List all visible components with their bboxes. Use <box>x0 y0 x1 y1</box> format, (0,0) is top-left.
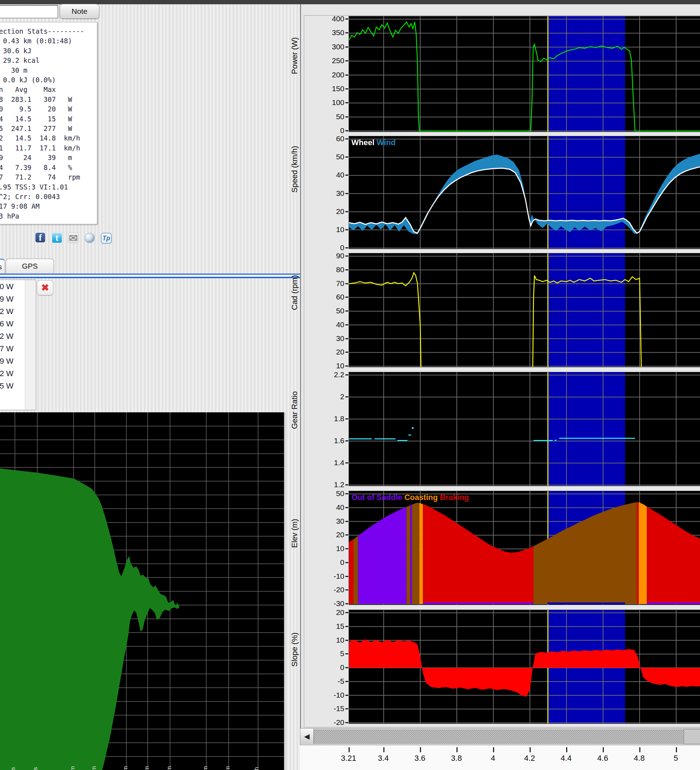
duration-axis-label: h <box>253 767 260 770</box>
window-top-bar <box>0 0 700 4</box>
tp-icon[interactable]: Tp <box>101 233 112 244</box>
speed-plot[interactable] <box>348 136 700 249</box>
tick-mark <box>345 229 348 230</box>
horizontal-scrollbar[interactable]: ◀ <box>300 728 700 745</box>
tick-mark <box>345 374 348 375</box>
list-item[interactable]: 5 W <box>0 382 13 391</box>
tab-gps[interactable]: GPS <box>6 259 54 273</box>
email-icon[interactable]: ✉ <box>68 233 78 243</box>
gear_ratio-ytick-label: 1.6 <box>314 437 344 445</box>
tick-mark <box>345 612 348 613</box>
ride-state-strip <box>423 602 534 604</box>
duration-axis-label: s <box>32 767 39 770</box>
tick-mark <box>345 74 348 76</box>
twitter-icon[interactable]: t <box>52 233 62 243</box>
tick-mark <box>345 47 348 47</box>
tick-mark <box>345 32 348 33</box>
slope-ytick-label: -20 <box>314 718 344 727</box>
x-tick-label: 4.4 <box>552 754 580 763</box>
section-stats-text: ection Stats--------- 0.43 km (0:01:48) … <box>0 27 97 221</box>
list-item[interactable]: 2 W <box>0 369 13 378</box>
speed-ytick-label: 20 <box>314 207 344 216</box>
slope-plot[interactable] <box>348 610 700 724</box>
cadence-ytick-label: 20 <box>314 348 344 356</box>
tick-mark <box>345 562 348 563</box>
power-ytick-label: 0 <box>314 126 344 135</box>
scrollbar-track[interactable] <box>314 730 684 744</box>
power-ytick-label: 400 <box>314 15 344 23</box>
x-tick-label: 3.8 <box>442 754 471 763</box>
scrollbar-thumb[interactable] <box>684 729 700 744</box>
duration-axis-label: m <box>122 766 129 770</box>
tick-mark <box>345 603 348 604</box>
tick-mark <box>345 311 348 312</box>
tick-mark <box>345 695 348 696</box>
list-item[interactable]: 2 W <box>0 307 13 316</box>
power-ytick-label: 350 <box>314 28 344 37</box>
power-ytick-label: 150 <box>314 84 344 93</box>
tab-stats-partial[interactable]: s <box>0 259 5 274</box>
meanmax-power-chart: ssmmmmmmmh <box>0 412 285 770</box>
elevation-plot[interactable] <box>348 491 700 605</box>
x-tick-label: 3.6 <box>406 754 434 763</box>
tick-mark <box>345 667 348 668</box>
duration-axis-label: m <box>166 766 173 770</box>
earth-icon[interactable] <box>84 233 95 243</box>
close-button[interactable]: ✖ <box>37 280 53 295</box>
ride-state-strip <box>647 602 700 604</box>
tick-mark <box>345 116 348 118</box>
tick-mark <box>345 102 348 103</box>
tick-mark <box>345 493 348 494</box>
x-tick-label: 3.21 <box>334 754 363 763</box>
tick-mark <box>345 589 348 590</box>
list-scrollbar[interactable] <box>25 280 36 410</box>
panel-split-line[interactable] <box>300 4 301 770</box>
power-plot[interactable] <box>348 16 700 132</box>
note-button[interactable]: Note <box>60 4 99 19</box>
elevation-ytick-label: 30 <box>314 517 344 526</box>
cadence-ytick-label: 50 <box>314 307 344 315</box>
tick-mark <box>345 418 348 419</box>
tick-mark <box>345 640 348 641</box>
duration-axis-label: m <box>202 766 209 770</box>
list-item[interactable]: 2 W <box>0 332 13 341</box>
x-tick-label: 4.2 <box>515 754 544 763</box>
x-tick-label: 4.8 <box>625 754 653 763</box>
cadence-plot[interactable] <box>348 253 700 367</box>
note-text-input[interactable] <box>0 5 58 18</box>
list-item[interactable]: 9 W <box>0 357 13 366</box>
list-item[interactable]: 6 W <box>0 319 13 328</box>
tick-mark <box>345 366 348 367</box>
tick-mark <box>345 269 348 270</box>
panel-divider <box>0 273 300 278</box>
power-ytick-label: 250 <box>314 57 344 65</box>
duration-axis-label: s <box>10 767 17 770</box>
distance-axis: 3.213.43.63.844.24.44.64.85 <box>300 745 700 770</box>
x-tick-label: 3.4 <box>369 754 397 763</box>
gear_ratio-plot[interactable] <box>348 372 700 486</box>
x-tick-mark <box>530 747 531 752</box>
speed-ytick-label: 40 <box>314 171 344 179</box>
power-interval-list[interactable]: 0 W9 W2 W6 W2 W7 W9 W2 W5 W <box>0 280 36 410</box>
list-item[interactable]: 7 W <box>0 344 13 353</box>
speed-ytick-label: 50 <box>314 152 344 161</box>
elevation-ytick-label: 0 <box>314 558 344 567</box>
x-tick-mark <box>676 747 677 752</box>
list-item[interactable]: 9 W <box>0 294 13 304</box>
tick-mark <box>345 653 348 654</box>
slope-ytick-label: 5 <box>314 649 344 658</box>
gear_ratio-ytick-label: 1.2 <box>314 480 344 489</box>
tick-mark <box>345 247 348 248</box>
speed-ytick-label: 30 <box>314 189 344 197</box>
scroll-left-arrow-icon[interactable]: ◀ <box>300 728 314 744</box>
facebook-icon[interactable]: f <box>36 233 45 243</box>
tick-mark <box>345 534 348 535</box>
tick-mark <box>345 681 348 682</box>
cadence-ytick-label: 30 <box>314 334 344 343</box>
list-item[interactable]: 0 W <box>0 282 13 291</box>
x-tick-mark <box>457 747 457 752</box>
tick-mark <box>345 130 348 131</box>
tick-mark <box>345 88 348 89</box>
power-ytick-label: 200 <box>314 71 344 79</box>
legend-entry: Braking <box>440 493 469 502</box>
